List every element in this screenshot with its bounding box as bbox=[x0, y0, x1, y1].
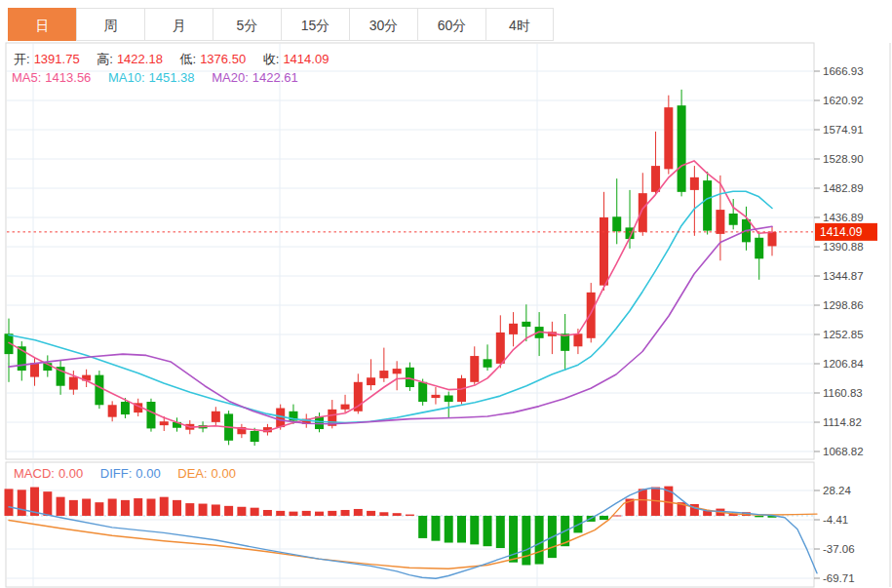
macd-histogram-bar bbox=[160, 497, 169, 516]
ma10-line bbox=[9, 191, 772, 422]
candle-body bbox=[768, 232, 777, 247]
candle-body bbox=[600, 217, 608, 286]
price-tick-label: 1114.82 bbox=[823, 416, 862, 428]
diff-line bbox=[9, 489, 817, 579]
macd-legend: MACD:0.00 DIFF:0.00 DEA:0.00 bbox=[14, 466, 240, 481]
macd-histogram-bar bbox=[406, 515, 414, 516]
candle-body bbox=[678, 105, 686, 192]
price-tick-label: 1160.83 bbox=[823, 387, 863, 399]
ma20-line bbox=[9, 226, 772, 423]
candle-body bbox=[418, 382, 427, 402]
high-label: 高: bbox=[97, 52, 113, 66]
macd-histogram-bar bbox=[302, 511, 311, 516]
open-label: 开: bbox=[14, 52, 30, 66]
macd-histogram-bar bbox=[470, 516, 479, 544]
macd-histogram-bar bbox=[457, 516, 466, 543]
macd-histogram-bar bbox=[755, 516, 763, 517]
price-tick-label: 1436.89 bbox=[823, 212, 864, 223]
tab-day[interactable]: 日 bbox=[8, 8, 76, 41]
diff-label: DIFF: bbox=[100, 466, 133, 481]
candle-body bbox=[470, 356, 479, 382]
candle-body bbox=[509, 324, 518, 334]
candle-body bbox=[587, 293, 596, 338]
macd-tick-label: -69.71 bbox=[823, 572, 855, 584]
macd-histogram-bar bbox=[431, 516, 440, 541]
tab-week[interactable]: 周 bbox=[76, 8, 144, 41]
macd-histogram-bar bbox=[289, 512, 297, 516]
macd-histogram-bar bbox=[95, 502, 103, 516]
macd-histogram-bar bbox=[108, 498, 117, 515]
macd-value: 0.00 bbox=[58, 466, 83, 481]
price-tick-label: 1666.93 bbox=[823, 65, 864, 77]
candle-body bbox=[755, 238, 763, 259]
candle-body bbox=[612, 216, 621, 231]
candle-body bbox=[484, 359, 492, 367]
macd-histogram-bar bbox=[612, 515, 621, 516]
macd-histogram-bar bbox=[82, 498, 91, 515]
macd-histogram-bar bbox=[237, 507, 246, 516]
ma10-label: MA10: bbox=[108, 70, 145, 85]
ohlc-legend: 开:1391.75 高:1422.18 低:1376.50 收:1414.09 bbox=[14, 51, 332, 68]
tab-5min[interactable]: 5分 bbox=[213, 8, 281, 41]
macd-layer bbox=[5, 487, 818, 579]
candle-body bbox=[639, 193, 647, 232]
price-tick-label: 1482.89 bbox=[823, 182, 864, 194]
macd-tick-label: 28.24 bbox=[823, 485, 851, 496]
candle-body bbox=[522, 322, 530, 327]
timeframe-tabbar: 日 周 月 5分 15分 30分 60分 4时 bbox=[8, 8, 554, 43]
candle-body bbox=[108, 405, 117, 416]
main-panel-border bbox=[6, 43, 814, 459]
macd-histogram-bar bbox=[224, 506, 233, 516]
candle-body bbox=[393, 369, 402, 373]
tab-30min[interactable]: 30分 bbox=[349, 8, 417, 41]
price-tick-label: 1298.86 bbox=[823, 299, 864, 311]
ma20-label: MA20: bbox=[212, 70, 249, 85]
candle-body bbox=[146, 402, 155, 428]
macd-histogram-bar bbox=[600, 516, 608, 520]
kline-chart-canvas[interactable]: 1666.931620.921574.911528.901482.891436.… bbox=[0, 0, 892, 588]
macd-histogram-bar bbox=[199, 504, 208, 516]
price-tick-label: 1206.84 bbox=[823, 358, 864, 370]
macd-histogram-bar bbox=[5, 489, 14, 516]
candle-body bbox=[573, 333, 582, 346]
price-tick-label: 1528.90 bbox=[823, 153, 864, 165]
price-tick-label: 1620.92 bbox=[823, 95, 864, 106]
macd-histogram-bar bbox=[18, 490, 26, 516]
candle-body bbox=[445, 395, 453, 402]
macd-histogram-bar bbox=[43, 491, 52, 516]
macd-histogram-bar bbox=[341, 510, 350, 516]
macd-histogram-bar bbox=[121, 500, 130, 516]
macd-histogram-bar bbox=[484, 516, 492, 546]
low-value: 1376.50 bbox=[200, 52, 246, 66]
candle-body bbox=[729, 214, 738, 225]
macd-histogram-bar bbox=[69, 500, 78, 516]
ma-legend: MA5:1413.56 MA10:1451.38 MA20:1422.61 bbox=[12, 70, 302, 85]
candle-body bbox=[716, 210, 724, 234]
macd-histogram-bar bbox=[251, 508, 259, 516]
macd-histogram-bar bbox=[146, 498, 155, 515]
macd-histogram-bar bbox=[379, 512, 388, 516]
price-axis: 1666.931620.921574.911528.901482.891436.… bbox=[814, 65, 877, 584]
candle-body bbox=[95, 375, 103, 406]
macd-histogram-bar bbox=[185, 503, 194, 516]
candle-body bbox=[690, 177, 699, 190]
tab-month[interactable]: 月 bbox=[144, 8, 213, 41]
ma5-value: 1413.56 bbox=[45, 70, 91, 85]
kline-app: { "tabs": { "items": [ {"label": "日", "a… bbox=[0, 0, 892, 588]
candle-body bbox=[69, 377, 78, 390]
current-price-badge-label: 1414.09 bbox=[820, 225, 863, 239]
ma20-value: 1422.61 bbox=[252, 70, 298, 85]
ma5-label: MA5: bbox=[12, 70, 41, 85]
macd-histogram-bar bbox=[367, 511, 375, 516]
macd-histogram-bar bbox=[263, 510, 272, 516]
tab-4hour[interactable]: 4时 bbox=[485, 8, 554, 41]
macd-histogram-bar bbox=[535, 516, 544, 565]
ma10-value: 1451.38 bbox=[149, 70, 195, 85]
macd-histogram-bar bbox=[328, 511, 336, 516]
tab-15min[interactable]: 15分 bbox=[281, 8, 349, 41]
price-tick-label: 1344.87 bbox=[823, 270, 864, 282]
price-tick-label: 1390.88 bbox=[823, 241, 864, 253]
candle-body bbox=[160, 421, 169, 425]
macd-histogram-bar bbox=[445, 516, 453, 543]
tab-60min[interactable]: 60分 bbox=[417, 8, 485, 41]
